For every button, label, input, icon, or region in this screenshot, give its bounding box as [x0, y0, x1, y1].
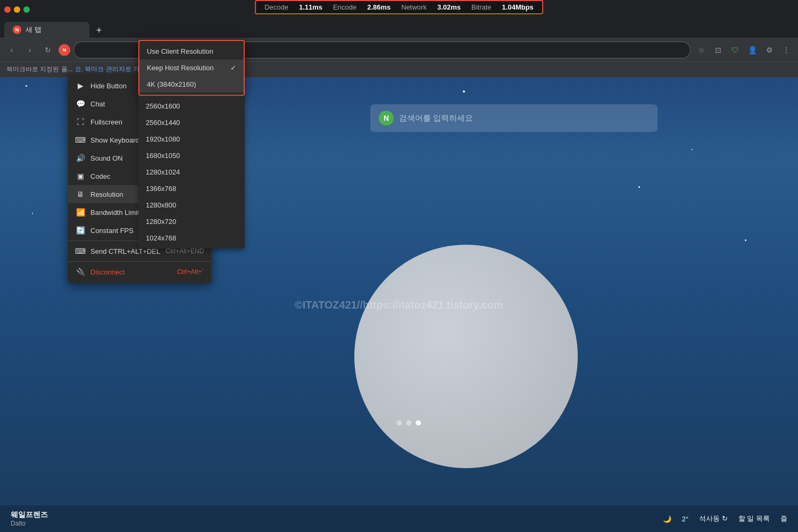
menu-disconnect[interactable]: 🔌 Disconnect Ctrl+Alt+` [68, 263, 211, 281]
todo-label[interactable]: 할 일 목록 [738, 514, 770, 523]
resolution-keep-host[interactable]: Keep Host Resolution ✓ [139, 60, 244, 76]
hide-icon: ▶ [76, 81, 85, 90]
keep-host-label: Keep Host Resolution [147, 64, 214, 72]
resolution-1280x720[interactable]: 1280x720 [138, 213, 245, 230]
naver-logo: N [379, 111, 394, 126]
decode-value: 1.11ms [299, 3, 322, 11]
weather-temp: 2° [682, 515, 688, 523]
maximize-window-btn[interactable] [23, 6, 30, 13]
fps-icon: 🔄 [76, 226, 85, 235]
network-label: Network [401, 3, 427, 11]
bitrate-value: 1.04Mbps [502, 3, 534, 11]
search-placeholder[interactable]: 검색어를 입력하세요 [399, 113, 473, 123]
keyboard-icon: ⌨ [76, 135, 85, 145]
use-client-label: Use Client Resolution [147, 47, 213, 55]
fps-label: Constant FPS [90, 227, 134, 235]
resolution-2560x1600[interactable]: 2560x1600 [138, 98, 245, 114]
resolution-submenu-wrapper: Use Client Resolution Keep Host Resoluti… [138, 40, 245, 248]
resolution-label: Resolution [90, 190, 123, 198]
bottom-bar: 웨일프렌즈 Dalto 🌙 2° 석사동 ↻ 할 일 목록 즐 [0, 505, 798, 532]
back-button[interactable]: ‹ [4, 43, 19, 57]
more-label[interactable]: 즐 [780, 514, 787, 523]
close-window-btn[interactable] [4, 6, 11, 13]
dot-3[interactable] [415, 420, 421, 426]
minimize-window-btn[interactable] [14, 6, 20, 13]
resolution-submenu: Use Client Resolution Keep Host Resoluti… [138, 40, 245, 96]
fullscreen-label: Fullscreen [90, 118, 122, 126]
resolution-1280x1024[interactable]: 1280x1024 [138, 164, 245, 180]
shield-icon[interactable]: 🛡 [728, 43, 743, 57]
resolution-1024x768[interactable]: 1024x768 [138, 230, 245, 246]
site-title: 웨일프렌즈 [11, 510, 48, 520]
active-tab[interactable]: N 새 탭 [4, 22, 89, 38]
chat-icon: 💬 [76, 99, 85, 109]
bottom-left: 웨일프렌즈 Dalto [11, 510, 48, 527]
search-box: N 검색어를 입력하세요 [370, 104, 658, 132]
chat-label: Chat [90, 100, 105, 108]
menu-icon[interactable]: ⋮ [779, 43, 794, 57]
fullscreen-icon: ⛶ [76, 117, 85, 127]
carousel-dots [396, 420, 421, 426]
bandwidth-icon: 📶 [76, 207, 85, 217]
resolution-icon: 🖥 [76, 189, 85, 199]
reload-button[interactable]: ↻ [40, 43, 55, 57]
resolution-1680x1050[interactable]: 1680x1050 [138, 147, 245, 164]
network-value: 3.02ms [437, 3, 461, 11]
dot-2[interactable] [406, 420, 411, 426]
encode-value: 2.86ms [367, 3, 390, 11]
tab-bar: N 새 탭 + [0, 19, 798, 38]
bitrate-label: Bitrate [471, 3, 492, 11]
new-tab-button[interactable]: + [92, 23, 106, 38]
tab-favicon: N [13, 26, 21, 34]
bookmarks-text: 북마크바로 지정된 폴... [6, 65, 73, 74]
resolution-1366x768[interactable]: 1366x768 [138, 180, 245, 197]
stats-bar: Decode 1.11ms Encode 2.86ms Network 3.02… [255, 0, 543, 14]
resolution-extra-items: 2560x1600 2560x1440 1920x1080 1680x1050 … [138, 96, 245, 248]
site-sub: Dalto [11, 520, 48, 527]
ctrl-alt-del-icon: ⌨ [76, 246, 85, 256]
disconnect-shortcut: Ctrl+Alt+` [177, 268, 204, 276]
keyboard-label: Show Keyboard [90, 136, 139, 144]
resolution-1280x800[interactable]: 1280x800 [138, 197, 245, 213]
menu-divider-2 [68, 261, 211, 262]
resolution-4k-label: 4K (3840x2160) [147, 80, 196, 88]
dot-1[interactable] [396, 420, 402, 426]
weather-icon: 🌙 [663, 515, 671, 523]
hide-label: Hide Button [90, 82, 127, 90]
location: 석사동 ↻ [699, 514, 728, 523]
user-icon[interactable]: 👤 [745, 43, 760, 57]
decode-label: Decode [264, 3, 288, 11]
ctrl-alt-del-shortcut: Ctrl+Alt+END [165, 247, 204, 255]
extensions-icon[interactable]: ⚙ [762, 43, 777, 57]
sound-icon: 🔊 [76, 153, 85, 163]
sound-label: Sound ON [90, 154, 123, 162]
nav-bar: ‹ › ↻ N ☆ ⊡ 🛡 👤 ⚙ ⋮ [0, 38, 798, 62]
browser-logo: N [59, 44, 70, 56]
resolution-2560x1440[interactable]: 2560x1440 [138, 114, 245, 131]
bottom-right: 🌙 2° 석사동 ↻ 할 일 목록 즐 [663, 514, 787, 523]
resolution-1920x1080[interactable]: 1920x1080 [138, 131, 245, 147]
sidebar-icon[interactable]: ⊡ [711, 43, 726, 57]
bandwidth-label: Bandwidth Limit [90, 209, 139, 217]
watermark: ©ITATOZ421//https://itatoz421.tistory.co… [295, 299, 503, 311]
bookmark-star-icon[interactable]: ☆ [694, 43, 709, 57]
disconnect-icon: 🔌 [76, 267, 85, 277]
codec-icon: ▣ [76, 171, 85, 181]
resolution-4k[interactable]: 4K (3840x2160) [139, 76, 244, 93]
bookmarks-link[interactable]: 요. 북마크 관리자로 가기 [75, 65, 146, 74]
nav-icons: ☆ ⊡ 🛡 👤 ⚙ ⋮ [694, 43, 794, 57]
tab-title: 새 탭 [26, 25, 41, 35]
resolution-use-client[interactable]: Use Client Resolution [139, 43, 244, 60]
encode-label: Encode [333, 3, 356, 11]
disconnect-label: Disconnect [90, 268, 124, 276]
keep-host-check: ✓ [230, 64, 236, 72]
forward-button[interactable]: › [22, 43, 37, 57]
codec-label: Codec [90, 172, 111, 180]
